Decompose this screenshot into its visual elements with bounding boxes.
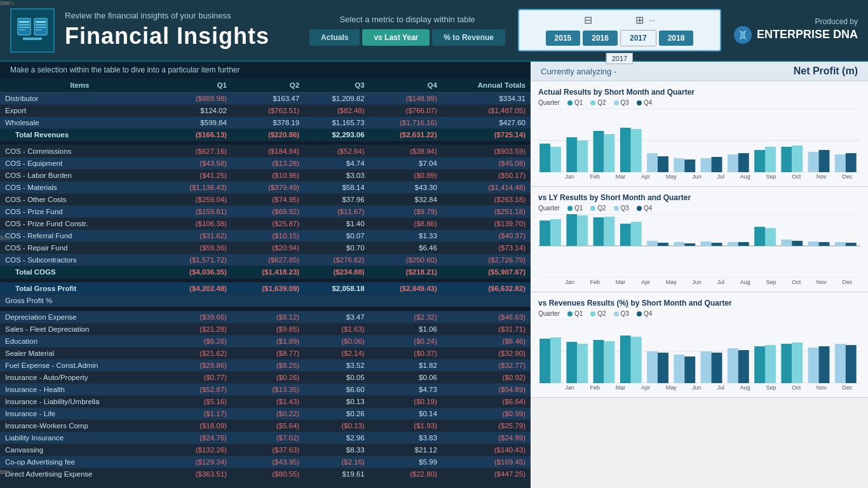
year-2015-button[interactable]: 2015 xyxy=(546,30,581,46)
row-value: $43.30 xyxy=(370,182,442,194)
svg-rect-80 xyxy=(701,351,712,383)
svg-rect-76 xyxy=(647,351,658,383)
chart3-legend: Quarter Q1 Q2 Q3 Q4 xyxy=(538,310,860,317)
row-value: ($69.92) xyxy=(232,206,304,218)
table-gap-row xyxy=(0,307,531,311)
svg-rect-53 xyxy=(701,241,712,246)
row-value: ($903.59) xyxy=(442,146,531,158)
svg-rect-9 xyxy=(36,29,42,30)
legend2-q1: Q1 xyxy=(567,205,583,212)
table-row[interactable]: COS - Prize Fund Constr.($106.38)($25.87… xyxy=(0,218,531,230)
svg-rect-72 xyxy=(593,340,604,383)
table-row[interactable]: Insurance - Auto/Property($0.77)($0.26)$… xyxy=(0,372,531,384)
row-label: Export xyxy=(0,105,159,117)
row-value xyxy=(159,295,232,307)
left-panel: Make a selection within the table to div… xyxy=(0,62,531,488)
table-row[interactable]: Total COGS($4,036.35)($1,418.23)($234.88… xyxy=(0,266,531,278)
row-label: COS - Equipment xyxy=(0,158,159,170)
table-row[interactable]: COS - Prize Fund($159.81)($69.92)($11.67… xyxy=(0,206,531,218)
row-value: ($379.49) xyxy=(232,182,304,194)
data-table-wrapper[interactable]: Items Q1 Q2 Q3 Q4 Annual Totals Distribu… xyxy=(0,78,531,488)
row-value: ($45.08) xyxy=(442,158,531,170)
table-row[interactable]: Insurance - Liability/Umbrella($5.16)($1… xyxy=(0,396,531,408)
table-row[interactable]: Insurance - Life($1.17)($0.22)$0.26$0.14… xyxy=(0,408,531,420)
row-label: Insurance-Workers Comp xyxy=(0,420,159,432)
row-value: ($0.99) xyxy=(442,408,531,420)
table-row[interactable]: Total Revenues($166.13)($220.86)$2,293.0… xyxy=(0,129,531,141)
svg-rect-44 xyxy=(577,215,588,246)
row-value: ($447.25) xyxy=(442,468,531,480)
row-value: ($10.15) xyxy=(232,230,304,242)
year-selector-controls: ⊟ ⊞ ··· xyxy=(584,14,655,26)
svg-rect-1 xyxy=(19,21,29,23)
year-2017-button[interactable]: 2017 xyxy=(620,30,656,46)
row-value: $2,058.18 xyxy=(304,283,370,295)
row-value: $37.96 xyxy=(304,194,370,206)
table-row[interactable]: Total Gross Profit($4,202.48)($1,639.09)… xyxy=(0,283,531,295)
row-value: ($2.16) xyxy=(304,456,370,468)
row-value: ($8.77) xyxy=(232,348,304,360)
year-2018-button[interactable]: 2018 xyxy=(659,30,694,46)
table-row[interactable]: COS - Materials($1,136.43)($379.49)$58.1… xyxy=(0,182,531,194)
table-row[interactable]: Direct Advertising Expense($363.51)($80.… xyxy=(0,468,531,480)
table-row[interactable]: Fuel Expense - Const.Admin($29.86)($8.25… xyxy=(0,360,531,372)
row-value: ($1,414.48) xyxy=(442,182,531,194)
row-value: ($263.18) xyxy=(442,194,531,206)
metric-vs-last-year-button[interactable]: vs Last Year xyxy=(362,29,430,46)
row-value: ($13.28) xyxy=(232,158,304,170)
row-label: COS - Materials xyxy=(0,182,159,194)
row-value: ($220.86) xyxy=(232,129,304,141)
metric-pct-revenue-button[interactable]: % to Revenue xyxy=(432,29,505,46)
metric-buttons: Actuals vs Last Year % to Revenue xyxy=(309,29,505,46)
table-row[interactable]: Education($6.26)($1.89)($0.06)($0.24)($8… xyxy=(0,336,531,348)
chart-actual-results: Actual Results by Short Month and Quarte… xyxy=(531,81,868,187)
svg-rect-41 xyxy=(539,220,550,246)
table-row[interactable]: Export$124.02($762.51)($82.48)($766.07)(… xyxy=(0,105,531,117)
svg-rect-49 xyxy=(647,241,658,246)
metric-actuals-button[interactable]: Actuals xyxy=(309,29,360,46)
row-value: ($234.88) xyxy=(304,266,370,278)
row-value: ($52.64) xyxy=(304,146,370,158)
row-value: $0.05 xyxy=(304,372,370,384)
row-value: ($74.95) xyxy=(232,194,304,206)
year-tooltip: 2017 xyxy=(606,53,633,64)
table-row[interactable]: Co-op Advertising fee($129.34)($43.95)($… xyxy=(0,456,531,468)
legend3-q2: Q2 xyxy=(590,310,606,317)
table-row[interactable]: COS - Repair Fund($59.36)($20.94)$0.70$6… xyxy=(0,242,531,254)
row-value: ($166.13) xyxy=(159,129,232,141)
svg-rect-14 xyxy=(539,144,550,172)
table-row[interactable]: Liability Insurance($24.76)($7.02)$2.96$… xyxy=(0,432,531,444)
table-row[interactable]: Wholesale$599.84$378.19$1,165.73($1,716.… xyxy=(0,117,531,129)
row-value: ($132.26) xyxy=(159,444,232,456)
row-value: ($8.25) xyxy=(232,360,304,372)
table-row[interactable]: Gross Profit % xyxy=(0,295,531,307)
table-row[interactable]: Distributor($889.98)$163.47$1,209.82($14… xyxy=(0,93,531,105)
table-row[interactable]: Insurance-Workers Comp($18.09)($5.64)($0… xyxy=(0,420,531,432)
row-value: ($2,849.43) xyxy=(370,283,442,295)
table-row[interactable]: Canvassing($132.26)($37.63)$8.33$21.12($… xyxy=(0,444,531,456)
table-row[interactable]: COS - Other Costs($259.04)($74.95)$37.96… xyxy=(0,194,531,206)
row-label: Sales - Fleet Depreciation xyxy=(0,323,159,336)
svg-rect-10 xyxy=(23,37,42,40)
table-row[interactable]: Depreciation Expense($39.66)($8.12)$3.47… xyxy=(0,311,531,323)
svg-rect-70 xyxy=(566,342,577,383)
table-row[interactable]: COS - Equipment($43.58)($13.28)$4.74$7.0… xyxy=(0,158,531,170)
table-row[interactable]: Sales - Fleet Depreciation($21.28)($9.85… xyxy=(0,323,531,336)
year-2016-button[interactable]: 2016 xyxy=(583,30,618,46)
row-value: ($0.77) xyxy=(159,372,232,384)
row-value: ($725.14) xyxy=(442,129,531,141)
row-label: Co-op Advertising fee xyxy=(0,456,159,468)
row-value: $21.12 xyxy=(370,444,442,456)
table-row[interactable]: COS - Referral Fund($31.62)($10.15)$0.07… xyxy=(0,230,531,242)
table-row[interactable]: Sealer Material($21.62)($8.77)($2.14)($0… xyxy=(0,348,531,360)
table-row[interactable]: COS - Subcontractors($1,571.72)($627.85)… xyxy=(0,254,531,266)
table-row[interactable]: COS - Labor Burden($41.25)($10.96)$3.03(… xyxy=(0,170,531,182)
row-label: Total Gross Profit xyxy=(0,283,159,295)
svg-rect-31 xyxy=(765,147,776,172)
row-value: ($1,136.43) xyxy=(159,182,232,194)
svg-rect-36 xyxy=(835,154,846,172)
table-row[interactable]: Insurance - Health($52.87)($13.35)$6.60$… xyxy=(0,384,531,396)
row-value: ($762.51) xyxy=(232,105,304,117)
row-value: ($37.63) xyxy=(232,444,304,456)
table-row[interactable]: COS - Commissions($627.16)($184.84)($52.… xyxy=(0,146,531,158)
